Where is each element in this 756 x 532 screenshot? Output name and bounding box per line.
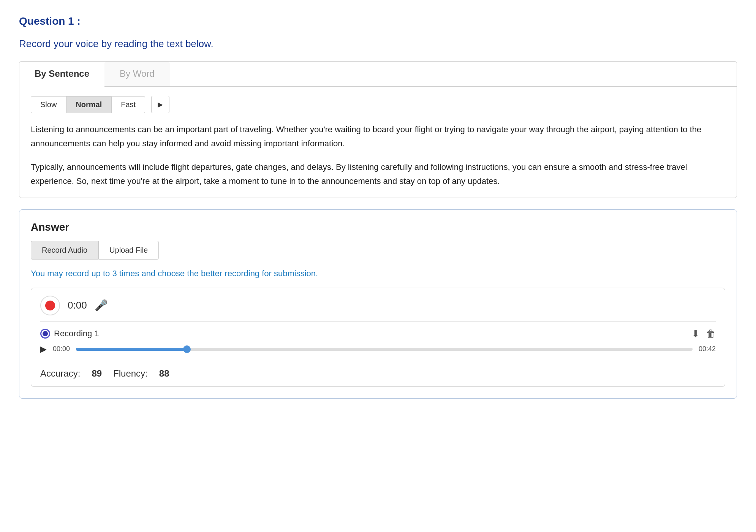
progress-bar-container[interactable]: [76, 348, 693, 351]
time-end: 00:42: [699, 345, 716, 353]
play-button[interactable]: ▶: [151, 96, 169, 113]
answer-tabs: Record Audio Upload File: [31, 241, 725, 260]
tab-header: By Sentence By Word: [19, 62, 737, 87]
instruction-text: Record your voice by reading the text be…: [19, 38, 737, 50]
recording-title-row: Recording 1: [40, 329, 99, 339]
fluency-label: Fluency:: [113, 368, 148, 379]
progress-thumb[interactable]: [183, 345, 191, 353]
accuracy-label: Accuracy:: [40, 368, 80, 379]
passage-paragraph-1: Listening to announcements can be an imp…: [31, 122, 725, 151]
upload-file-tab[interactable]: Upload File: [98, 241, 159, 260]
speed-fast-button[interactable]: Fast: [111, 96, 145, 113]
tab-container: By Sentence By Word Slow Normal Fast ▶ L…: [19, 61, 737, 198]
accuracy-row: Accuracy: 89 Fluency: 88: [40, 362, 716, 379]
audio-player: ▶ 00:00 00:42: [40, 344, 716, 354]
radio-inner: [43, 331, 48, 336]
record-dot: [45, 301, 55, 310]
accuracy-value: 89: [92, 368, 102, 379]
recording-name: Recording 1: [54, 329, 99, 339]
fluency-value: 88: [159, 368, 169, 379]
time-start: 00:00: [53, 345, 70, 353]
download-button[interactable]: ⬇: [691, 328, 700, 340]
timer-display: 0:00: [68, 299, 87, 311]
progress-fill: [76, 348, 187, 351]
recorder-box: 0:00 🎤 Recording 1 ⬇ 🗑 ▶ 00:00: [31, 288, 725, 387]
recording-info: You may record up to 3 times and choose …: [31, 269, 725, 279]
tab-by-sentence[interactable]: By Sentence: [19, 62, 104, 87]
recording-actions: ⬇ 🗑: [691, 328, 716, 340]
answer-section: Answer Record Audio Upload File You may …: [19, 209, 737, 399]
speed-normal-button[interactable]: Normal: [66, 96, 111, 113]
play-icon: ▶: [158, 100, 163, 109]
tab-by-word[interactable]: By Word: [104, 62, 170, 86]
recording-item: Recording 1 ⬇ 🗑 ▶ 00:00 00:42: [40, 321, 716, 379]
tab-content: Slow Normal Fast ▶ Listening to announce…: [19, 87, 737, 198]
record-audio-tab[interactable]: Record Audio: [31, 241, 98, 260]
passage-text: Listening to announcements can be an imp…: [31, 122, 725, 188]
delete-button[interactable]: 🗑: [706, 328, 716, 340]
recorder-top: 0:00 🎤: [40, 296, 716, 321]
record-button[interactable]: [40, 296, 60, 315]
answer-title: Answer: [31, 221, 725, 233]
speed-slow-button[interactable]: Slow: [31, 96, 66, 113]
radio-button[interactable]: [40, 329, 50, 339]
mic-icon: 🎤: [95, 299, 108, 312]
speed-controls: Slow Normal Fast ▶: [31, 96, 725, 113]
recording-header: Recording 1 ⬇ 🗑: [40, 328, 716, 340]
question-label: Question 1 :: [19, 15, 737, 27]
play-small-button[interactable]: ▶: [40, 344, 47, 354]
passage-paragraph-2: Typically, announcements will include fl…: [31, 160, 725, 188]
